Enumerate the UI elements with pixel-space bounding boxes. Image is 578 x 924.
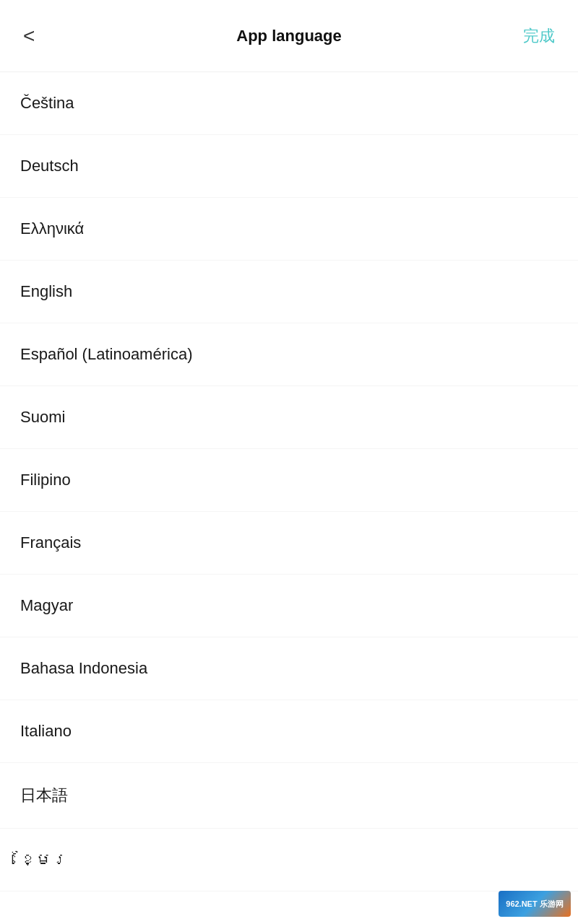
app-language-screen: < App language 完成 ČeštinaDeutschΕλληνικά… bbox=[0, 0, 578, 892]
language-item-deutsch[interactable]: Deutsch bbox=[0, 135, 578, 198]
language-item-khmer[interactable]: ខ្មែរ bbox=[0, 829, 578, 892]
done-button[interactable]: 完成 bbox=[517, 19, 561, 53]
language-item-bahasa-indonesia[interactable]: Bahasa Indonesia bbox=[0, 637, 578, 700]
back-button[interactable]: < bbox=[17, 20, 40, 52]
page-title: App language bbox=[236, 27, 341, 45]
language-item-italiano[interactable]: Italiano bbox=[0, 700, 578, 763]
language-item-english[interactable]: English bbox=[0, 261, 578, 323]
language-item-suomi[interactable]: Suomi bbox=[0, 386, 578, 449]
language-item-francais[interactable]: Français bbox=[0, 512, 578, 575]
header: < App language 完成 bbox=[0, 0, 578, 72]
language-item-filipino[interactable]: Filipino bbox=[0, 449, 578, 512]
language-item-ellinika[interactable]: Ελληνικά bbox=[0, 198, 578, 261]
language-item-magyar[interactable]: Magyar bbox=[0, 575, 578, 637]
watermark-text: 962.NET 乐游网 bbox=[506, 899, 563, 910]
language-item-japanese[interactable]: 日本語 bbox=[0, 763, 578, 829]
language-item-cestina[interactable]: Čeština bbox=[0, 72, 578, 135]
watermark: 962.NET 乐游网 bbox=[499, 891, 571, 917]
language-item-espanol[interactable]: Español (Latinoamérica) bbox=[0, 323, 578, 386]
language-list: ČeštinaDeutschΕλληνικάEnglishEspañol (La… bbox=[0, 72, 578, 892]
